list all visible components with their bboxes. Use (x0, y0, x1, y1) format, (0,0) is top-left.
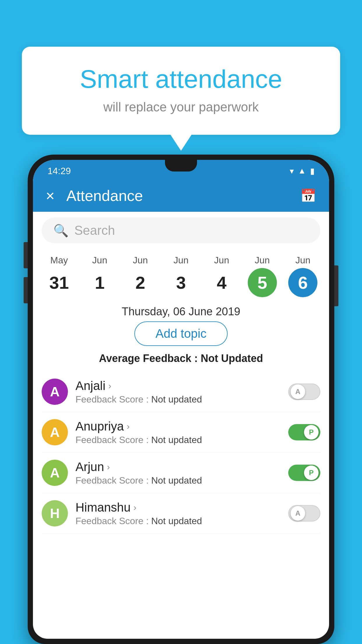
wifi-icon: ▾ (290, 166, 294, 176)
cal-date-label: 2 (126, 268, 155, 297)
cal-month-label: Jun (92, 255, 107, 266)
cal-month-label: Jun (133, 255, 148, 266)
bubble-title: Smart attendance (45, 64, 317, 94)
status-icons: ▾ ▲ ▮ (290, 166, 314, 176)
student-feedback: Feedback Score : Not updated (75, 394, 288, 405)
volume-up-button (24, 242, 28, 268)
volume-down-button (24, 277, 28, 303)
student-avatar: A (42, 379, 68, 405)
cal-month-label: Jun (173, 255, 189, 266)
avg-feedback-value: Not Updated (201, 352, 263, 364)
chevron-right-icon: › (127, 421, 130, 431)
student-feedback: Feedback Score : Not updated (75, 516, 288, 526)
attendance-toggle[interactable]: A (288, 505, 320, 522)
calendar-day[interactable]: Jun3 (166, 255, 196, 297)
cal-date-label: 5 (248, 268, 277, 297)
search-icon: 🔍 (53, 223, 68, 238)
student-item[interactable]: AAnupriya ›Feedback Score : Not updatedP (42, 412, 320, 453)
avg-feedback-label: Average Feedback : (99, 352, 201, 364)
toggle-knob: A (291, 506, 305, 521)
toggle-knob: P (304, 425, 319, 440)
phone-screen: 14:29 ▾ ▲ ▮ × Attendance 📅 🔍 Search May3… (33, 160, 329, 639)
student-info: Anjali ›Feedback Score : Not updated (68, 379, 288, 405)
calendar-icon[interactable]: 📅 (300, 188, 316, 203)
status-time: 14:29 (48, 166, 71, 176)
cal-date-label: 1 (85, 268, 114, 297)
calendar-day[interactable]: Jun4 (207, 255, 236, 297)
student-avatar: A (42, 419, 68, 445)
student-item[interactable]: HHimanshu ›Feedback Score : Not updatedA (42, 493, 320, 534)
cal-month-label: Jun (295, 255, 310, 266)
toggle-knob: P (304, 466, 319, 480)
speech-bubble: Smart attendance will replace your paper… (22, 47, 340, 135)
student-name: Anjali › (75, 379, 288, 393)
calendar-day[interactable]: Jun2 (126, 255, 155, 297)
student-avatar: H (42, 500, 68, 526)
cal-month-label: May (50, 255, 68, 266)
student-avatar: A (42, 460, 68, 486)
student-feedback: Feedback Score : Not updated (75, 475, 288, 486)
selected-date: Thursday, 06 June 2019 (33, 305, 329, 318)
app-bar: × Attendance 📅 (33, 180, 329, 212)
phone-frame: 14:29 ▾ ▲ ▮ × Attendance 📅 🔍 Search May3… (28, 155, 334, 644)
student-name: Anupriya › (75, 419, 288, 433)
student-info: Anupriya ›Feedback Score : Not updated (68, 419, 288, 445)
student-list: AAnjali ›Feedback Score : Not updatedAAA… (33, 372, 329, 534)
cal-date-label: 3 (166, 268, 196, 297)
attendance-toggle-container: A (288, 505, 320, 522)
attendance-toggle[interactable]: P (288, 465, 320, 481)
student-item[interactable]: AArjun ›Feedback Score : Not updatedP (42, 453, 320, 493)
cal-month-label: Jun (255, 255, 270, 266)
add-topic-button[interactable]: Add topic (134, 321, 227, 346)
toggle-knob: A (291, 384, 305, 399)
search-bar[interactable]: 🔍 Search (42, 218, 320, 243)
student-name: Arjun › (75, 460, 288, 474)
signal-icon: ▲ (298, 166, 306, 176)
student-feedback: Feedback Score : Not updated (75, 435, 288, 445)
chevron-right-icon: › (133, 503, 136, 512)
attendance-toggle[interactable]: P (288, 424, 320, 440)
app-title: Attendance (66, 187, 300, 204)
chevron-right-icon: › (108, 381, 111, 391)
speech-bubble-container: Smart attendance will replace your paper… (22, 47, 340, 135)
calendar-day[interactable]: May31 (45, 255, 74, 297)
search-placeholder: Search (74, 223, 115, 238)
phone-notch (165, 160, 197, 172)
calendar-day[interactable]: Jun6 (288, 255, 317, 297)
cal-date-label: 6 (288, 268, 317, 297)
attendance-toggle-container: P (288, 465, 320, 481)
student-info: Himanshu ›Feedback Score : Not updated (68, 501, 288, 526)
attendance-toggle-container: A (288, 384, 320, 400)
cal-date-label: 31 (45, 268, 74, 297)
close-button[interactable]: × (46, 188, 55, 203)
bubble-subtitle: will replace your paperwork (45, 100, 317, 114)
cal-date-label: 4 (207, 268, 236, 297)
student-info: Arjun ›Feedback Score : Not updated (68, 460, 288, 486)
power-button (334, 265, 338, 306)
chevron-right-icon: › (107, 462, 110, 472)
attendance-toggle-container: P (288, 424, 320, 440)
calendar-strip: May31Jun1Jun2Jun3Jun4Jun5Jun6 (33, 249, 329, 300)
battery-icon: ▮ (310, 166, 314, 176)
average-feedback: Average Feedback : Not Updated (33, 352, 329, 365)
student-item[interactable]: AAnjali ›Feedback Score : Not updatedA (42, 372, 320, 412)
calendar-day[interactable]: Jun1 (85, 255, 114, 297)
calendar-day[interactable]: Jun5 (248, 255, 277, 297)
attendance-toggle[interactable]: A (288, 384, 320, 400)
student-name: Himanshu › (75, 501, 288, 514)
cal-month-label: Jun (214, 255, 229, 266)
